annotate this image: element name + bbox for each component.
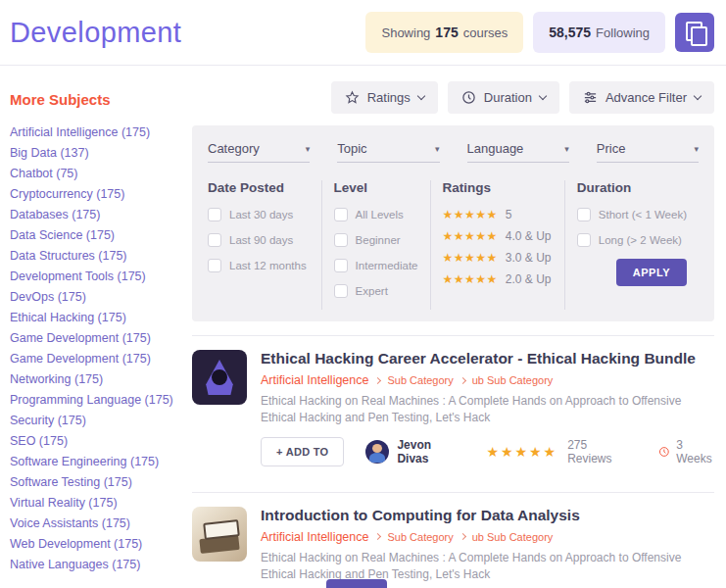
sidebar-item-native-languages[interactable]: Native Languages (175) — [10, 555, 192, 575]
sidebar-item-software-engineering[interactable]: Software Engineering (175) — [10, 452, 192, 472]
header-right: Showing 175 courses 58,575 Following — [365, 12, 714, 53]
courses-badge-count: 175 — [435, 24, 458, 40]
copy-icon — [675, 13, 714, 52]
checkbox-intermediate[interactable]: Intermediate — [334, 259, 418, 272]
rating-filter-2-up[interactable]: ★★★★★ 2.0 & Up — [443, 272, 553, 286]
checkbox-expert[interactable]: Expert — [334, 284, 418, 298]
checkbox-last-90-days[interactable]: Last 90 days — [208, 233, 310, 247]
ratings-filter-button[interactable]: Ratings — [331, 81, 438, 114]
subject-list: Artificial Intelligence (175) Big Data (… — [10, 122, 192, 575]
duration-filter-button[interactable]: Duration — [448, 81, 559, 114]
duration-section: Duration Sthort (< 1 Week) Long (> 2 Wee… — [564, 180, 699, 310]
breadcrumb-subcategory[interactable]: Sub Category — [387, 374, 453, 386]
sidebar: More Subjects Artificial Intelligence (1… — [10, 66, 192, 588]
course-footer: + ADD TO Jevon Divas ★★★★★ 275 Reviews 3… — [261, 437, 714, 466]
rating-label: 4.0 & Up — [506, 229, 552, 243]
checkbox-label: Beginner — [356, 234, 401, 246]
checkbox-label: Last 90 days — [229, 234, 293, 246]
sidebar-item-software-testing[interactable]: Software Testing (175) — [10, 472, 192, 493]
sidebar-item-development-tools[interactable]: Development Tools (175) — [10, 267, 192, 287]
course-rating: ★★★★★ 275 Reviews — [486, 438, 612, 466]
sidebar-item-voice-assistants[interactable]: Voice Assistants (175) — [10, 514, 192, 534]
breadcrumb-sub-subcategory[interactable]: ub Sub Category — [472, 531, 554, 543]
advance-filter-label: Advance Filter — [605, 90, 687, 105]
sidebar-item-artificial-intelligence[interactable]: Artificial Intelligence (175) — [10, 122, 192, 143]
rating-filter-5[interactable]: ★★★★★ 5 — [443, 208, 553, 221]
checkbox-icon — [577, 233, 591, 247]
course-author[interactable]: Jevon Divas — [365, 438, 451, 466]
sidebar-item-chatbot[interactable]: Chatbot (75) — [10, 164, 192, 184]
checkbox-last-12-months[interactable]: Last 12 months — [208, 259, 310, 272]
sidebar-item-cryptocurrency[interactable]: Cryptocurrency (175) — [10, 184, 192, 205]
add-to-button[interactable]: + ADD TO — [261, 437, 344, 466]
clock-icon — [658, 445, 670, 459]
sidebar-item-ethical-hacking[interactable]: Ethical Hacking (175) — [10, 308, 192, 328]
rating-filter-3-up[interactable]: ★★★★★ 3.0 & Up — [443, 251, 553, 265]
sidebar-item-data-structures[interactable]: Data Structures (175) — [10, 246, 192, 267]
sidebar-item-programming-language[interactable]: Programming Language (175) — [10, 390, 192, 411]
language-select-value: Language — [467, 141, 524, 156]
sidebar-item-data-science[interactable]: Data Science (175) — [10, 225, 192, 246]
sidebar-item-virtual-reality[interactable]: Virtual Reality (175) — [10, 493, 192, 514]
checkbox-icon — [334, 284, 348, 298]
view-switch-button[interactable] — [675, 13, 714, 52]
course-card: Introduction to Computing for Data Analy… — [192, 493, 714, 588]
reviews-count[interactable]: 275 Reviews — [567, 438, 612, 466]
main-content: Ratings Duration Advance Filter — [192, 66, 714, 588]
checkbox-all-levels[interactable]: All Levels — [334, 208, 418, 221]
breadcrumb-category[interactable]: Artificial Intelligence — [261, 373, 368, 387]
sidebar-item-game-development[interactable]: Game Development (175) — [10, 328, 192, 349]
chevron-down-icon — [417, 92, 425, 100]
duration-label: 3 Weeks — [676, 438, 714, 466]
course-title[interactable]: Ethical Hacking Career Accelerator - Eth… — [261, 350, 714, 368]
language-select[interactable]: Language ▾ — [467, 141, 569, 163]
checkbox-icon — [208, 233, 221, 247]
course-thumbnail[interactable] — [192, 350, 247, 405]
checkbox-long-duration[interactable]: Long (> 2 Week) — [577, 233, 687, 247]
level-heading: Level — [334, 180, 418, 195]
sidebar-item-devops[interactable]: DevOps (175) — [10, 287, 192, 308]
sidebar-item-networking[interactable]: Networking (175) — [10, 369, 192, 390]
filter-select-row: Category ▾ Topic ▾ Language ▾ Price ▾ — [208, 141, 699, 163]
price-select[interactable]: Price ▾ — [597, 141, 699, 163]
checkbox-icon — [577, 208, 591, 221]
breadcrumb-subcategory[interactable]: Sub Category — [387, 531, 453, 543]
category-select[interactable]: Category ▾ — [208, 141, 310, 163]
checkbox-label: Expert — [356, 285, 388, 297]
breadcrumb-sub-subcategory[interactable]: ub Sub Category — [472, 374, 554, 386]
checkbox-icon — [334, 233, 348, 247]
checkbox-label: Intermediate — [356, 260, 418, 271]
chevron-right-icon — [374, 533, 381, 540]
course-title[interactable]: Introduction to Computing for Data Analy… — [261, 507, 714, 524]
stars-icon: ★★★★★ — [486, 444, 557, 460]
clock-icon — [461, 90, 476, 105]
sidebar-item-security[interactable]: Security (175) — [10, 411, 192, 431]
course-thumbnail[interactable] — [192, 507, 247, 562]
checkbox-label: Long (> 2 Week) — [599, 234, 682, 246]
sidebar-item-seo[interactable]: SEO (175) — [10, 431, 192, 452]
author-name: Jevon Divas — [397, 438, 451, 466]
chevron-right-icon — [374, 376, 381, 383]
content: More Subjects Artificial Intelligence (1… — [0, 66, 726, 588]
sidebar-item-databases[interactable]: Databases (175) — [10, 205, 192, 225]
sidebar-item-game-development[interactable]: Game Development (175) — [10, 349, 192, 369]
apply-button[interactable]: APPLY — [616, 259, 687, 286]
checkbox-short-duration[interactable]: Sthort (< 1 Week) — [577, 208, 687, 221]
course-card: Ethical Hacking Career Accelerator - Eth… — [192, 336, 714, 478]
caret-down-icon: ▾ — [564, 144, 569, 154]
sidebar-item-big-data[interactable]: Big Data (137) — [10, 143, 192, 164]
rating-label: 3.0 & Up — [506, 251, 552, 265]
rating-label: 2.0 & Up — [506, 272, 552, 286]
rating-filter-4-up[interactable]: ★★★★★ 4.0 & Up — [443, 229, 553, 243]
chevron-down-icon — [694, 92, 702, 100]
advance-filter-button[interactable]: Advance Filter — [569, 81, 714, 114]
topic-select[interactable]: Topic ▾ — [337, 141, 439, 163]
sidebar-item-web-development[interactable]: Web Development (175) — [10, 534, 192, 555]
ratings-heading: Ratings — [443, 180, 553, 195]
filter-columns: Date Posted Last 30 days Last 90 days La… — [208, 180, 699, 310]
checkbox-beginner[interactable]: Beginner — [334, 233, 418, 247]
checkbox-last-30-days[interactable]: Last 30 days — [208, 208, 310, 221]
load-more-button[interactable] — [326, 579, 387, 588]
breadcrumb: Artificial Intelligence Sub Category ub … — [261, 373, 714, 387]
breadcrumb-category[interactable]: Artificial Intelligence — [261, 530, 368, 544]
